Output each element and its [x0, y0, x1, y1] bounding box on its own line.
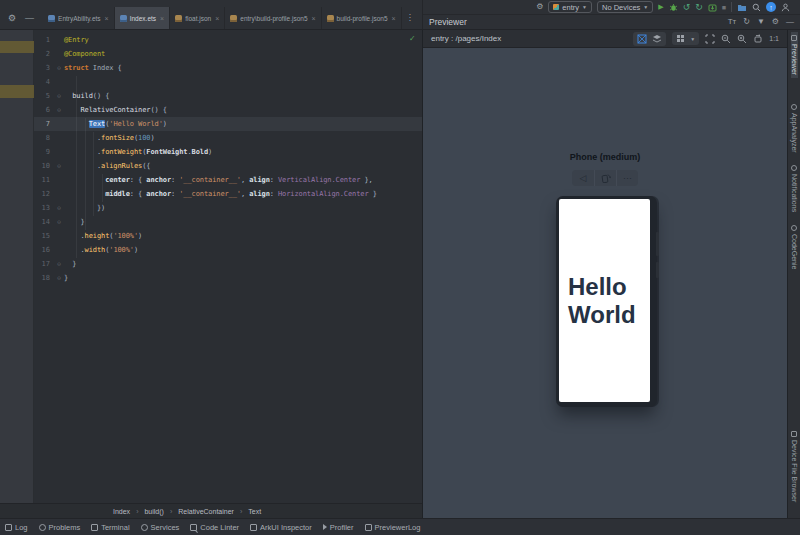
back-button[interactable]: ◁ [572, 170, 594, 186]
code-line[interactable]: 5⊖ build() { [34, 89, 422, 103]
inspector-2d-icon[interactable] [637, 34, 647, 44]
tool-strip-label: AppAnalyzer [791, 113, 798, 153]
line-number: 6 [34, 103, 54, 117]
statusbar-item[interactable]: Code Linter [190, 523, 239, 532]
code-line[interactable]: 3⊖struct Index { [34, 61, 422, 75]
fold-marker-icon[interactable]: ⊖ [54, 103, 64, 117]
breadcrumb-item[interactable]: Index [113, 508, 130, 515]
editor-tabs: EntryAbility.ets×Index.ets×float.json×en… [43, 0, 402, 29]
user-avatar-icon[interactable] [781, 3, 790, 12]
statusbar-item[interactable]: Problems [39, 523, 81, 532]
text-scale-icon[interactable]: Tᴛ [728, 18, 737, 26]
statusbar-item-label: Terminal [101, 523, 129, 532]
close-tab-icon[interactable]: × [312, 15, 316, 22]
search-icon[interactable] [752, 3, 761, 12]
statusbar-item[interactable]: Services [141, 523, 180, 532]
fit-to-screen-icon[interactable] [705, 34, 715, 44]
module-select[interactable]: entry ▼ [548, 1, 592, 13]
editor-tab[interactable]: EntryAbility.ets× [43, 7, 115, 29]
code-line[interactable]: 7 Text('Hello World') [34, 117, 422, 131]
statusbar-item[interactable]: Profiler [323, 523, 354, 532]
component-grid-icon[interactable] [676, 34, 685, 43]
editor-tab[interactable]: float.json× [170, 7, 225, 29]
code-text: @Component [64, 47, 105, 61]
rotate-view-icon[interactable] [753, 34, 763, 44]
tool-strip-item[interactable]: Previewer [791, 32, 798, 78]
editor-tab[interactable]: Index.ets× [115, 7, 170, 29]
editor-tab[interactable]: entry\build-profile.json5× [225, 7, 321, 29]
statusbar-item[interactable]: ArkUI Inspector [250, 523, 312, 532]
tool-strip-label: CodeGenie [791, 234, 798, 269]
restart-app-icon[interactable]: ↻ [695, 3, 703, 12]
left-tool-strip[interactable] [0, 30, 34, 503]
code-line[interactable]: 14⊖ } [34, 215, 422, 229]
fold-marker-icon[interactable]: ⊖ [54, 61, 64, 75]
zoom-in-icon[interactable] [737, 34, 747, 44]
code-line[interactable]: 16 .width('100%') [34, 243, 422, 257]
app-analyzer-icon [791, 104, 797, 110]
breadcrumb-item[interactable]: build() [144, 508, 163, 515]
attach-debugger-icon[interactable]: ↺ [683, 3, 691, 12]
device-select[interactable]: No Devices ▼ [597, 1, 653, 13]
breadcrumb-separator: › [170, 508, 172, 515]
stop-button[interactable]: ■ [722, 4, 726, 11]
phone-screen[interactable]: Hello World [559, 199, 650, 402]
fold-gutter [54, 243, 64, 257]
tab-overflow-icon[interactable]: ⋮ [406, 7, 414, 29]
phone-frame: Hello World [556, 196, 657, 407]
statusbar-item[interactable]: PreviewerLog [365, 523, 421, 532]
statusbar-item[interactable]: Terminal [91, 523, 129, 532]
fold-marker-icon[interactable]: ⊖ [54, 89, 64, 103]
statusbar-item[interactable]: Log [5, 523, 28, 532]
refresh-icon[interactable]: ↻ [743, 18, 750, 26]
filter-icon[interactable]: ▼ [757, 18, 765, 26]
code-line[interactable]: 15 .height('100%') [34, 229, 422, 243]
breadcrumb-item[interactable]: Text [248, 508, 261, 515]
hide-panel-icon[interactable]: — [25, 7, 34, 29]
close-tab-icon[interactable]: × [105, 15, 109, 22]
code-line[interactable]: 1@Entry [34, 33, 422, 47]
code-line[interactable]: 2@Component [34, 47, 422, 61]
device-manager-folder-icon[interactable] [737, 3, 747, 12]
rotate-device-button[interactable] [594, 170, 616, 186]
run-button[interactable]: ▶ [658, 3, 663, 11]
code-line[interactable]: 18⊖} [34, 271, 422, 285]
code-line[interactable]: 17⊖ } [34, 257, 422, 271]
editor-tab[interactable]: build-profile.json5× [322, 7, 402, 29]
code-line[interactable]: 4 [34, 75, 422, 89]
debug-bug-icon[interactable] [669, 3, 678, 12]
close-tab-icon[interactable]: × [160, 15, 164, 22]
panel-settings-gear-icon[interactable]: ⚙ [772, 18, 779, 26]
inspection-ok-check-icon[interactable]: ✓ [410, 33, 415, 43]
fold-marker-icon[interactable]: ⊖ [54, 271, 64, 285]
more-options-button[interactable]: ··· [616, 170, 638, 186]
zoom-out-icon[interactable] [721, 34, 731, 44]
minimize-panel-icon[interactable]: — [786, 18, 794, 26]
toolbar-divider [731, 2, 732, 12]
code-editor[interactable]: 1@Entry2@Component3⊖struct Index {45⊖ bu… [34, 30, 422, 503]
tool-strip-item[interactable]: Device File Browser [791, 428, 798, 505]
ets-file-icon [120, 15, 127, 22]
code-text: } [64, 215, 85, 229]
tool-strip-item[interactable]: Notifications [791, 162, 798, 215]
close-tab-icon[interactable]: × [215, 15, 219, 22]
layers-3d-icon[interactable] [652, 34, 662, 44]
fold-marker-icon[interactable]: ⊖ [54, 257, 64, 271]
install-package-icon[interactable] [708, 3, 717, 12]
zoom-ratio-label[interactable]: 1:1 [769, 35, 779, 42]
tool-strip-item[interactable]: CodeGenie [791, 222, 798, 272]
fold-marker-icon[interactable]: ⊖ [54, 215, 64, 229]
tool-strip-item[interactable]: AppAnalyzer [791, 101, 798, 156]
chevron-down-icon: ▼ [690, 36, 695, 42]
fold-marker-icon[interactable]: ⊖ [54, 159, 64, 173]
profiler-icon [323, 524, 327, 530]
gear-icon[interactable]: ⚙ [8, 7, 16, 29]
code-line[interactable]: 6⊖ RelativeContainer() { [34, 103, 422, 117]
fold-marker-icon[interactable]: ⊖ [54, 201, 64, 215]
settings-gear-icon[interactable]: ⚙ [536, 3, 543, 11]
close-tab-icon[interactable]: × [392, 15, 396, 22]
device-select-label: No Devices [602, 3, 640, 12]
update-available-icon[interactable]: ↑ [766, 2, 776, 12]
code-text: struct Index { [64, 61, 122, 75]
breadcrumb-item[interactable]: RelativeContainer [178, 508, 234, 515]
